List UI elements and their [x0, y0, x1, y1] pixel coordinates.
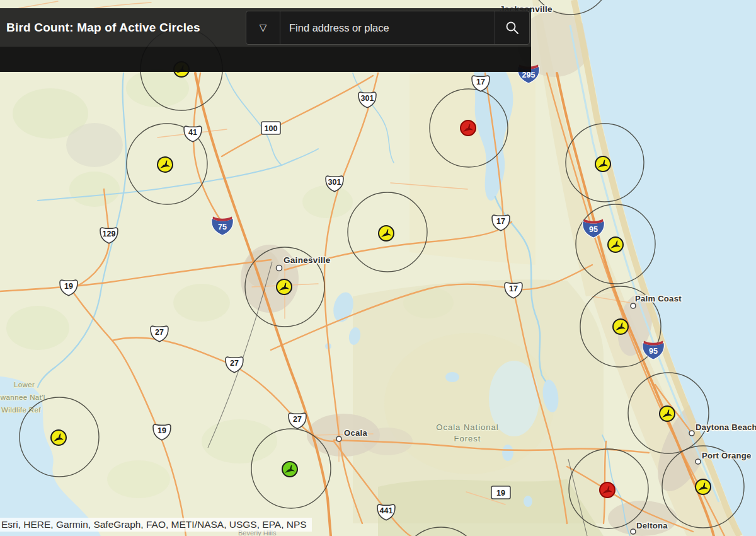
svg-text:295: 295 [522, 71, 536, 79]
city-dot-port-orange [696, 459, 701, 464]
city-dot-ocala [336, 436, 341, 441]
suwannee-label-line2: Suwannee Nat'l [0, 393, 45, 401]
state-route-shield: 100 [261, 122, 280, 134]
svg-text:19: 19 [496, 489, 505, 498]
svg-text:441: 441 [380, 506, 393, 515]
bird-marker-yellow[interactable] [595, 156, 610, 172]
svg-text:129: 129 [103, 230, 116, 238]
svg-text:75: 75 [218, 223, 227, 231]
ocala-forest-label-line2: Forest [454, 434, 481, 443]
city-label-palm-coast: Palm Coast [635, 294, 682, 303]
map-canvas[interactable]: Ocala National Forest Lower Suwannee Nat… [0, 0, 756, 536]
svg-text:95: 95 [649, 347, 658, 356]
svg-text:17: 17 [496, 217, 505, 226]
suwannee-label-line1: Lower [14, 381, 35, 388]
bird-marker-green[interactable] [282, 462, 297, 477]
header-subbar [0, 47, 531, 72]
city-dot-deltona [631, 529, 636, 534]
suwannee-label-line3: Wildlife Ref [1, 406, 41, 414]
attribution-text: Esri, HERE, Garmin, SafeGraph, FAO, METI… [1, 519, 307, 530]
search-button[interactable] [495, 11, 529, 44]
city-label-deltona: Deltona [636, 521, 668, 530]
svg-text:27: 27 [155, 328, 164, 337]
map-attribution: Esri, HERE, Garmin, SafeGraph, FAO, METI… [0, 518, 312, 532]
bird-marker-yellow[interactable] [696, 479, 711, 494]
svg-text:41: 41 [188, 128, 197, 137]
svg-text:17: 17 [476, 78, 485, 86]
bird-marker-yellow[interactable] [613, 319, 628, 334]
search-dropdown-button[interactable]: ▽ [246, 11, 280, 44]
bird-marker-yellow[interactable] [379, 226, 394, 241]
city-dot-gainesville [277, 265, 282, 271]
bird-marker-yellow[interactable] [158, 157, 173, 172]
svg-text:17: 17 [509, 284, 518, 293]
bird-marker-yellow[interactable] [608, 237, 623, 252]
city-dot-daytona-beach [689, 431, 694, 436]
city-label-gainesville: Gainesville [284, 255, 331, 265]
svg-text:301: 301 [361, 94, 374, 103]
svg-text:95: 95 [589, 225, 598, 234]
bird-marker-yellow[interactable] [660, 406, 675, 421]
app-title: Bird Count: Map of Active Circles [6, 8, 200, 47]
bird-marker-red[interactable] [600, 482, 615, 498]
bird-marker-yellow[interactable] [277, 279, 292, 294]
app-header: Bird Count: Map of Active Circles ▽ [0, 8, 531, 47]
svg-text:301: 301 [328, 178, 341, 187]
svg-text:100: 100 [265, 124, 278, 133]
svg-text:19: 19 [158, 426, 166, 435]
svg-text:27: 27 [293, 415, 302, 424]
ocala-forest-label-line1: Ocala National [436, 422, 498, 432]
city-dot-palm-coast [631, 303, 636, 308]
svg-text:19: 19 [64, 282, 73, 291]
chevron-down-icon: ▽ [260, 22, 267, 33]
bird-marker-red[interactable] [461, 120, 476, 136]
bird-marker-yellow[interactable] [51, 430, 66, 445]
city-label-ocala: Ocala [344, 428, 367, 438]
magnifier-icon [505, 20, 520, 35]
search-box: ▽ [246, 11, 530, 45]
state-route-shield: 19 [491, 486, 510, 499]
city-label-port-orange: Port Orange [702, 451, 751, 460]
svg-text:27: 27 [230, 359, 239, 368]
bird-count-map-app: Ocala National Forest Lower Suwannee Nat… [0, 0, 756, 536]
search-input[interactable] [280, 11, 495, 44]
city-label-daytona-beach: Daytona Beach [696, 422, 756, 432]
